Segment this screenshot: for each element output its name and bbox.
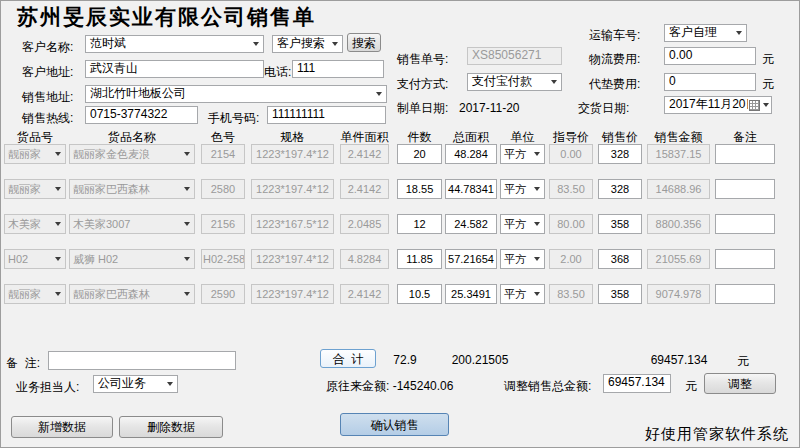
advance-fee-input[interactable]: 0 <box>664 73 756 91</box>
adjust-button[interactable]: 调整 <box>704 373 776 394</box>
qty-input[interactable]: 18.55 <box>397 179 442 199</box>
unit-select[interactable]: 平方 <box>500 179 545 199</box>
order-no-label: 销售单号: <box>397 52 448 66</box>
chevron-down-icon <box>180 250 194 268</box>
unit-area-field: 2.4142 <box>340 179 389 199</box>
salesperson-select[interactable]: 公司业务 <box>93 375 178 393</box>
remark-input[interactable] <box>715 179 775 199</box>
remark-label: 备 注: <box>6 356 40 370</box>
hotline-label: 销售热线: <box>22 111 73 125</box>
sales-address-select[interactable]: 湖北竹叶地板公司 <box>85 85 387 103</box>
sale-price-input[interactable]: 328 <box>598 144 642 164</box>
item-name-select: 威狮 H02 <box>69 249 195 269</box>
color-no-field: 2590 <box>201 284 245 304</box>
qty-input[interactable]: 11.85 <box>397 249 442 269</box>
chevron-down-icon <box>530 250 544 268</box>
item-no-select: 木美家 <box>4 214 66 234</box>
table-row: 木美家 木美家3007 2156 1223*167.5*12 2.0485 12… <box>1 214 800 234</box>
chevron-down-icon <box>51 180 65 198</box>
unit-select[interactable]: 平方 <box>500 284 545 304</box>
search-button[interactable]: 搜索 <box>347 33 381 52</box>
color-no-field: 2154 <box>201 144 245 164</box>
spec-field: 1223*197.4*12 <box>251 249 334 269</box>
total-area-input[interactable]: 57.21654 <box>445 249 497 269</box>
chevron-down-icon <box>530 285 544 303</box>
total-button[interactable]: 合 计 <box>320 349 376 368</box>
remark-input[interactable] <box>715 284 775 304</box>
sales-address-label: 销售地址: <box>22 90 73 104</box>
chevron-down-icon <box>530 145 544 163</box>
phone-label: 电话: <box>264 65 291 79</box>
unit-select[interactable]: 平方 <box>500 249 545 269</box>
add-row-button[interactable]: 新增数据 <box>11 416 113 438</box>
confirm-sale-button[interactable]: 确认销售 <box>340 413 449 436</box>
previous-balance-label: 原往来金额: <box>326 379 389 393</box>
chevron-down-icon <box>180 145 194 163</box>
mobile-input[interactable]: 111111111 <box>267 106 386 124</box>
chevron-down-icon <box>249 36 263 52</box>
total-area-input[interactable]: 48.284 <box>445 144 497 164</box>
delivery-date-label: 交货日期: <box>578 101 629 115</box>
item-name-select: 靓丽家巴西森林 <box>69 179 195 199</box>
guide-price-field: 0.00 <box>549 144 593 164</box>
order-date-label: 制单日期: <box>397 101 448 115</box>
delivery-date-picker[interactable]: 2017年11月20日 <box>664 96 772 114</box>
chevron-down-icon <box>180 180 194 198</box>
remark-input[interactable] <box>715 249 775 269</box>
unit-area-field: 2.4142 <box>340 144 389 164</box>
order-remark-input[interactable] <box>48 351 236 370</box>
total-amount: 69457.134 <box>647 353 711 367</box>
unit-area-field: 4.8284 <box>340 249 389 269</box>
logistics-fee-input[interactable]: 0.00 <box>664 47 756 65</box>
adjust-total-input[interactable]: 69457.134 <box>603 374 671 393</box>
amount-field: 21055.69 <box>647 249 710 269</box>
phone-input[interactable]: 111 <box>292 60 384 78</box>
unit-select[interactable]: 平方 <box>500 214 545 234</box>
payment-label: 支付方式: <box>397 77 448 91</box>
customer-address-input[interactable]: 武汉青山 <box>85 60 264 78</box>
payment-select[interactable]: 支付宝付款 <box>467 73 562 91</box>
chevron-down-icon <box>51 145 65 163</box>
sale-price-input[interactable]: 328 <box>598 179 642 199</box>
amount-field: 15837.15 <box>647 144 710 164</box>
adjust-total-label: 调整销售总金额: <box>504 379 591 393</box>
hotline-input[interactable]: 0715-3774322 <box>85 106 198 124</box>
total-area-input[interactable]: 44.78341 <box>445 179 497 199</box>
amount-field: 14688.96 <box>647 179 710 199</box>
watermark-text: 好使用管家软件系统 <box>645 425 789 444</box>
sale-price-input[interactable]: 358 <box>598 214 642 234</box>
total-area-input[interactable]: 24.582 <box>445 214 497 234</box>
item-name-select: 靓丽家金色麦浪 <box>69 144 195 164</box>
chevron-down-icon <box>761 97 771 113</box>
previous-balance: 原往来金额: -145240.06 <box>326 379 453 393</box>
guide-price-field: 80.00 <box>549 214 593 234</box>
table-row: 靓丽家 靓丽家巴西森林 2580 1223*197.4*12 2.4142 18… <box>1 179 800 199</box>
chevron-down-icon <box>180 285 194 303</box>
delete-row-button[interactable]: 删除数据 <box>119 416 223 438</box>
chevron-down-icon <box>180 215 194 233</box>
guide-price-field: 83.50 <box>549 284 593 304</box>
qty-input[interactable]: 10.5 <box>397 284 442 304</box>
item-name-select: 靓丽家巴西森林 <box>69 284 195 304</box>
vehicle-select[interactable]: 客户自理 <box>664 24 747 42</box>
total-area-input[interactable]: 25.3491 <box>445 284 497 304</box>
remark-input[interactable] <box>715 144 775 164</box>
unit-select[interactable]: 平方 <box>500 144 545 164</box>
item-no-select: 靓丽家 <box>4 284 66 304</box>
customer-search-select[interactable]: 客户搜索 <box>272 35 343 53</box>
logistics-fee-label: 物流费用: <box>589 52 640 66</box>
spec-field: 1223*167.5*12 <box>251 214 334 234</box>
guide-price-field: 2.00 <box>549 249 593 269</box>
customer-name-select[interactable]: 范时斌 <box>85 35 264 53</box>
total-qty: 72.9 <box>383 353 427 367</box>
total-area: 200.21505 <box>447 353 513 367</box>
qty-input[interactable]: 20 <box>397 144 442 164</box>
sale-price-input[interactable]: 358 <box>598 284 642 304</box>
unit-area-field: 2.0485 <box>340 214 389 234</box>
table-row: H02 威狮 H02 H02-2580 1223*197.4*12 4.8284… <box>1 249 800 269</box>
order-date-value: 2017-11-20 <box>459 101 520 115</box>
chevron-down-icon <box>732 25 746 41</box>
qty-input[interactable]: 12 <box>397 214 442 234</box>
sale-price-input[interactable]: 368 <box>598 249 642 269</box>
remark-input[interactable] <box>715 214 775 234</box>
